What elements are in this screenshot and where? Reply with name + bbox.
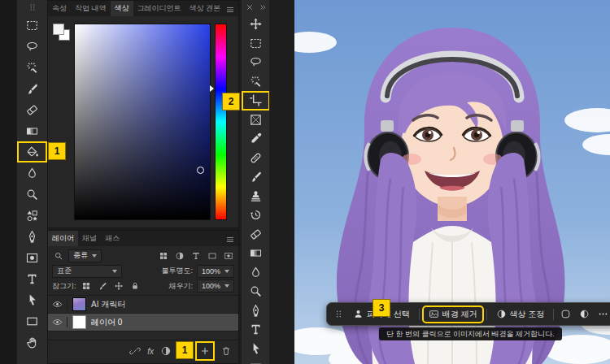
- mask-icon: [25, 251, 39, 265]
- filter-smart-objects-icon[interactable]: [222, 251, 234, 261]
- tool-eyedropper[interactable]: [242, 129, 270, 149]
- tool-marquee[interactable]: [242, 34, 270, 54]
- layer-thumbnail[interactable]: [72, 297, 86, 311]
- filter-pixel-layers-icon[interactable]: [157, 251, 169, 261]
- tool-shapes[interactable]: [17, 205, 47, 226]
- adjustment-layer-icon[interactable]: [160, 345, 172, 357]
- tab-패스[interactable]: 패스: [101, 231, 124, 246]
- tool-magic-wand[interactable]: [242, 72, 270, 92]
- gradient-icon: [249, 246, 263, 260]
- filter-shape-layers-icon[interactable]: [206, 251, 218, 261]
- layer-filter-select[interactable]: 종류: [68, 249, 102, 262]
- canvas-area: 피사체 선택 배경 제거 색상 조정 단 한 번: [269, 0, 610, 364]
- tab-색상[interactable]: 색상: [111, 1, 133, 16]
- visibility-eye-icon[interactable]: [52, 317, 68, 327]
- opacity-value[interactable]: 100%: [197, 265, 234, 278]
- fill-label: 채우기:: [168, 281, 193, 292]
- tool-magic-wand[interactable]: [17, 57, 47, 78]
- lock-pixels-icon[interactable]: [97, 281, 109, 291]
- filter-type-layers-icon[interactable]: [190, 251, 202, 261]
- tool-paint-bucket[interactable]: [17, 141, 47, 162]
- tool-dodge[interactable]: [242, 282, 270, 301]
- taskbar-drag-handle[interactable]: [332, 309, 346, 319]
- hue-slider[interactable]: [215, 24, 227, 220]
- tool-heal[interactable]: [242, 149, 270, 168]
- tool-marquee[interactable]: [17, 15, 47, 36]
- left-toolbar-header[interactable]: [17, 0, 47, 15]
- contrast-button[interactable]: [576, 306, 593, 322]
- adjust-color-button[interactable]: 색상 조정: [490, 306, 551, 323]
- tool-brush[interactable]: [242, 167, 270, 187]
- path-select-icon: [249, 342, 263, 356]
- paint-bucket-icon: [25, 145, 39, 159]
- tab-색상 견본[interactable]: 색상 견본: [185, 1, 225, 16]
- tool-gradient[interactable]: [242, 244, 270, 263]
- tool-rectangle[interactable]: [242, 358, 270, 364]
- tool-mask[interactable]: [17, 247, 47, 268]
- fill-value[interactable]: 100%: [197, 280, 234, 292]
- layers-panel-menu-button[interactable]: [225, 233, 235, 248]
- tool-path-select[interactable]: [242, 340, 270, 359]
- lock-all-icon[interactable]: [129, 281, 142, 291]
- rectangle-icon: [25, 314, 39, 328]
- tab-작업 내역[interactable]: 작업 내역: [71, 1, 111, 16]
- tool-lasso[interactable]: [242, 53, 270, 72]
- marquee-icon: [25, 19, 39, 32]
- path-select-icon: [25, 293, 39, 307]
- tool-crop[interactable]: [242, 91, 270, 110]
- step-badge-1-new-layer: 1: [176, 341, 194, 359]
- tool-eraser[interactable]: [17, 99, 47, 120]
- lock-position-icon[interactable]: [113, 281, 125, 291]
- tool-type[interactable]: [17, 268, 47, 289]
- filter-adjustment-layers-icon[interactable]: [173, 251, 185, 261]
- layer-row-layer-0[interactable]: 레이어 0: [48, 314, 238, 332]
- hue-slider-marker[interactable]: [210, 85, 214, 92]
- tab-속성[interactable]: 속성: [48, 1, 71, 16]
- tool-dodge[interactable]: [17, 184, 47, 205]
- remove-background-button[interactable]: 배경 제거: [423, 306, 483, 323]
- tab-그레이디언트[interactable]: 그레이디언트: [133, 1, 185, 16]
- tool-move[interactable]: [242, 15, 270, 34]
- layer-thumbnail[interactable]: [72, 315, 86, 329]
- color-panel-menu-button[interactable]: [225, 3, 235, 18]
- link-layers-icon[interactable]: [129, 345, 141, 357]
- visibility-eye-icon[interactable]: [52, 299, 68, 310]
- tool-brush[interactable]: [17, 78, 47, 99]
- tab-레이어[interactable]: 레이어: [48, 231, 78, 246]
- step-badge-3-remove-background: 3: [373, 299, 390, 317]
- tool-lasso[interactable]: [17, 36, 47, 57]
- tool-type[interactable]: [242, 320, 270, 340]
- foreground-background-swatches[interactable]: [53, 24, 71, 41]
- menu-icon: [225, 5, 235, 15]
- layer-name: AI 캐릭터: [91, 299, 125, 310]
- foreground-color-swatch[interactable]: [53, 24, 64, 35]
- chevron-down-icon: [224, 270, 229, 273]
- layer-row-ai-character[interactable]: AI 캐릭터: [48, 296, 238, 314]
- lock-transparency-icon[interactable]: [81, 281, 93, 291]
- blend-opacity-row: 표준 불투명도: 100%: [48, 263, 238, 279]
- tool-blur[interactable]: [242, 263, 270, 283]
- tool-gradient[interactable]: [17, 120, 47, 141]
- new-layer-button[interactable]: [196, 342, 214, 360]
- more-options-button[interactable]: [595, 306, 610, 322]
- color-picker-dot[interactable]: [197, 167, 204, 174]
- saturation-brightness-field[interactable]: [74, 24, 211, 220]
- tool-pen[interactable]: [242, 301, 270, 321]
- delete-layer-icon[interactable]: [220, 345, 232, 357]
- shape-tool-button[interactable]: [557, 306, 574, 322]
- layer-effects-button[interactable]: fx: [147, 347, 154, 356]
- layers-bottom-bar: fx: [48, 340, 238, 362]
- main-toolbar-header[interactable]: [242, 0, 270, 15]
- tool-rectangle[interactable]: [17, 310, 47, 332]
- tool-history-brush[interactable]: [242, 206, 270, 225]
- tool-pen[interactable]: [17, 226, 47, 247]
- tool-hand[interactable]: [17, 332, 47, 353]
- window-edge: [0, 0, 17, 364]
- tool-eraser[interactable]: [242, 225, 270, 245]
- tool-stamp[interactable]: [242, 187, 270, 206]
- tab-채널[interactable]: 채널: [78, 231, 101, 246]
- blend-mode-select[interactable]: 표준: [52, 265, 122, 278]
- tool-frame[interactable]: [242, 110, 270, 130]
- tool-blur[interactable]: [17, 162, 47, 184]
- tool-path-select[interactable]: [17, 289, 47, 310]
